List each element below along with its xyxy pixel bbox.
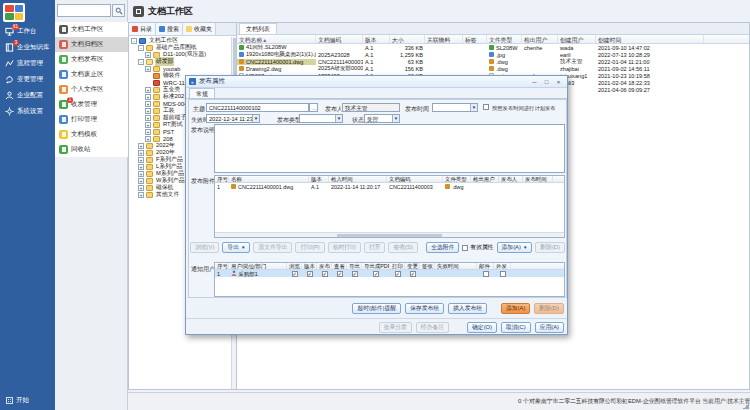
explorer-tab-1[interactable]: 目录 [129,23,156,35]
expand-icon[interactable]: + [145,108,151,114]
expand-icon[interactable]: + [145,129,151,135]
expand-icon[interactable]: + [145,115,151,121]
expand-icon[interactable]: + [145,136,151,142]
attachment-row[interactable]: 1CNC22111400001.dwgA.12022-11-14 11:20:1… [215,183,564,190]
column-header[interactable]: 序号 [215,263,229,269]
column-header[interactable]: 发布人 [499,176,523,182]
column-header[interactable]: 浏览 [287,263,302,269]
expand-icon[interactable]: + [138,164,144,170]
subject-browse-button[interactable]: … [309,103,318,112]
column-header[interactable]: 邮件 [477,263,494,269]
column-header[interactable]: 用户/岗位/部门 [229,263,287,269]
column-header[interactable]: 文档编码 [387,176,443,182]
notify-user-row[interactable]: 1 采购部1✓✓✓✓✓✓✓✓ [215,270,564,277]
expand-icon[interactable]: + [145,52,151,58]
column-header[interactable]: 文件类型 [443,176,471,182]
expand-icon[interactable]: + [145,122,151,128]
column-header[interactable]: 序号 [215,176,229,182]
group-button-2[interactable]: 保存发布组 [405,303,444,314]
column-header[interactable]: 变更 [405,263,420,269]
tree-node[interactable]: +D11-100(双压器) [129,51,231,58]
permission-checkbox[interactable]: ✓ [292,271,298,277]
minimize-button[interactable]: ─ [529,77,540,86]
cancel-button[interactable]: 取消(C) [501,322,531,333]
expand-icon[interactable]: + [138,192,144,198]
column-header[interactable]: 文档编码 [316,35,363,43]
column-header[interactable]: 标签 [463,35,487,43]
explorer-tab-2[interactable]: 搜索 [156,23,183,35]
column-header[interactable]: 版本 [309,176,329,182]
column-header[interactable]: 版本 [363,35,390,43]
permission-checkbox[interactable]: ✓ [352,271,358,277]
status-combo[interactable]: 受控▼ [364,114,400,123]
sidebar-item-4[interactable]: 变更管理 [0,72,55,87]
expand-icon[interactable]: + [138,185,144,191]
valid-attr-checkbox[interactable] [462,245,468,251]
tree-node[interactable]: -研发部 [129,58,231,65]
file-row[interactable]: CNC22111400001.dwgCNC22111400003A.163 KB… [237,58,749,65]
column-header[interactable]: 文件类型 [487,35,522,43]
add-attachment-button[interactable]: 添加(A)▼ [497,242,533,253]
explorer-tab-3[interactable]: 收藏夹 [183,23,216,35]
group-button-1[interactable]: 超时(邮件)提醒 [352,303,401,314]
sidebar-item-2[interactable]: 3企业知识库 [0,40,55,55]
permission-checkbox[interactable]: ✓ [337,271,343,277]
search-input[interactable] [57,4,111,17]
module-item-5[interactable]: 个人文件区 [55,82,128,97]
collapse-icon[interactable]: - [131,38,137,44]
column-header[interactable]: 发布 [317,263,332,269]
permission-checkbox[interactable]: ✓ [410,271,416,277]
add-user-button[interactable]: 添加(A) [501,303,530,314]
expand-icon[interactable]: + [138,171,144,177]
expand-icon[interactable]: + [145,94,151,100]
module-item-2[interactable]: 文档归档区 [55,37,128,52]
description-textarea[interactable] [214,124,565,173]
tab-file-list[interactable]: 文档列表 [239,23,277,34]
column-header[interactable]: 导出成PDF [362,263,390,269]
scrollbar-thumb[interactable] [337,234,442,237]
group-button-3[interactable]: 插入发布组 [448,303,487,314]
resize-grip[interactable] [743,403,749,409]
column-header[interactable]: 检出用户 [471,176,499,182]
column-header[interactable]: 查看 [332,263,347,269]
permission-checkbox[interactable]: ✓ [322,271,328,277]
sidebar-item-6[interactable]: 系统设置 [0,104,55,119]
module-item-3[interactable]: 文档发布区 [55,52,128,67]
subject-field[interactable]: CNC2211140000102 [206,103,309,112]
file-row[interactable]: Drawing2.dwg2025A研发部00007A.1156 KB.dwgzh… [237,65,749,72]
expand-icon[interactable]: + [145,101,151,107]
column-header[interactable]: 创建时间 [596,35,704,43]
attachments-hscrollbar[interactable] [215,232,564,237]
module-item-4[interactable]: 文档废止区 [55,67,128,82]
permission-checkbox[interactable]: ✓ [307,271,313,277]
column-header[interactable]: 签收 [420,263,435,269]
tab-general[interactable]: 常规 [189,88,215,98]
attach-action-button-8[interactable]: 全选附件 [426,242,459,253]
file-row[interactable]: 1920x1080电脑桌面2(1)(1).jpg2025A23028A.11,2… [237,51,749,58]
column-header[interactable]: 打印 [390,263,405,269]
column-header[interactable]: 名称 [229,176,309,182]
column-header[interactable]: 失效时间 [435,263,477,269]
expand-icon[interactable]: + [138,157,144,163]
expand-icon[interactable]: + [138,178,144,184]
expand-icon[interactable]: + [138,150,144,156]
external-checkbox[interactable] [500,271,506,277]
permission-checkbox[interactable]: ✓ [373,271,379,277]
column-header[interactable]: 发布时间 [523,176,553,182]
column-header[interactable]: 关联物料 [425,35,463,43]
column-header[interactable]: 外发 [494,263,511,269]
module-item-1[interactable]: 文档工作区 [55,22,128,37]
publish-time-combo[interactable]: ▼ [432,103,478,112]
module-item-9[interactable]: 回收站 [55,142,128,157]
column-header[interactable]: 导出 [347,263,362,269]
sidebar-item-5[interactable]: 企业配置 [0,88,55,103]
schedule-checkbox[interactable] [483,104,489,110]
expand-icon[interactable]: + [138,143,144,149]
dialog-title-bar[interactable]: » 发布属性 ─ □ × [186,76,567,88]
sidebar-item-3[interactable]: 流程管理 [0,56,55,71]
sidebar-item-1[interactable]: 61工作台 [0,24,55,39]
module-item-7[interactable]: 打印管理 [55,112,128,127]
permission-checkbox[interactable]: ✓ [395,271,401,277]
expand-icon[interactable]: + [145,66,151,72]
module-item-6[interactable]: 1收发管理 [55,97,128,112]
